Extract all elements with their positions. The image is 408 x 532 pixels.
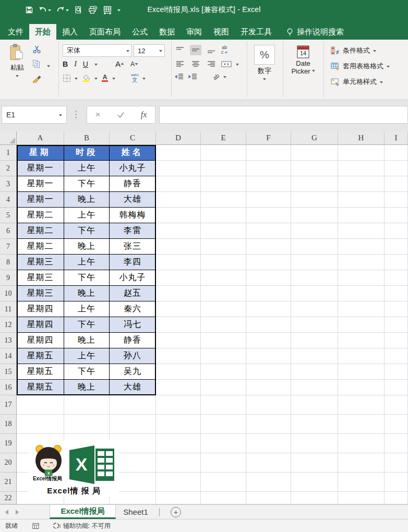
increase-font-button[interactable]: A (115, 59, 124, 68)
cell-I9[interactable] (385, 270, 408, 286)
font-color-button[interactable]: A (101, 74, 109, 82)
cell-B15[interactable]: 下午 (64, 364, 110, 380)
cell-E10[interactable] (201, 286, 246, 301)
cell-D10[interactable] (156, 286, 201, 301)
row-header-18[interactable]: 18 (0, 415, 17, 434)
conditional-formatting-button[interactable]: 条件格式 (331, 46, 376, 55)
row-header-9[interactable]: 9 (0, 270, 17, 286)
cell-C18[interactable] (110, 415, 156, 434)
cell-H15[interactable] (338, 364, 385, 380)
cell-H18[interactable] (338, 415, 385, 434)
cell-H8[interactable] (338, 255, 385, 270)
cell-I10[interactable] (385, 286, 408, 301)
cell-G2[interactable] (291, 161, 338, 176)
row-header-11[interactable]: 11 (0, 301, 17, 317)
align-left-button[interactable] (174, 59, 186, 69)
cell-G13[interactable] (291, 333, 338, 348)
column-header-C[interactable]: C (110, 131, 156, 145)
cell-F9[interactable] (246, 270, 291, 286)
cell-G21[interactable] (291, 473, 338, 492)
fill-color-dropdown-icon[interactable] (94, 78, 98, 81)
cell-E7[interactable] (201, 239, 246, 255)
underline-button[interactable]: U (83, 60, 88, 68)
cell-E18[interactable] (201, 415, 246, 434)
cell-B8[interactable]: 上午 (64, 255, 110, 270)
tab-insert[interactable]: 插入 (56, 24, 83, 40)
cell-D9[interactable] (156, 270, 201, 286)
cell-H5[interactable] (338, 208, 385, 223)
cell-G1[interactable] (291, 145, 338, 161)
cell-B7[interactable]: 晚上 (64, 239, 110, 255)
cell-F5[interactable] (246, 208, 291, 223)
cell-G6[interactable] (291, 223, 338, 239)
row-header-21[interactable]: 21 (0, 473, 17, 492)
cell-E19[interactable] (201, 434, 246, 453)
cell-C3[interactable]: 静香 (110, 176, 156, 192)
cell-B11[interactable]: 上午 (64, 301, 110, 317)
cell-I4[interactable] (385, 192, 408, 208)
cell-I20[interactable] (385, 453, 408, 473)
cell-F12[interactable] (246, 317, 291, 333)
cell-B6[interactable]: 下午 (64, 223, 110, 239)
cell-D12[interactable] (156, 317, 201, 333)
tell-me-search[interactable]: 操作说明搜索 (286, 24, 344, 40)
cell-E9[interactable] (201, 270, 246, 286)
cell-E8[interactable] (201, 255, 246, 270)
row-header-6[interactable]: 6 (0, 223, 17, 239)
cell-C13[interactable]: 静香 (110, 333, 156, 348)
borders-dropdown-icon[interactable] (75, 78, 78, 81)
cell-E12[interactable] (201, 317, 246, 333)
cell-A17[interactable] (17, 395, 64, 415)
row-header-4[interactable]: 4 (0, 192, 17, 208)
cell-I11[interactable] (385, 301, 408, 317)
cell-I12[interactable] (385, 317, 408, 333)
row-header-10[interactable]: 10 (0, 286, 17, 301)
row-header-20[interactable]: 20 (0, 453, 17, 473)
column-header-B[interactable]: B (64, 131, 110, 145)
cell-G7[interactable] (291, 239, 338, 255)
merge-center-button[interactable] (221, 61, 232, 68)
cell-C1[interactable]: 姓名 (110, 145, 156, 161)
cell-F7[interactable] (246, 239, 291, 255)
cell-B14[interactable]: 上午 (64, 348, 110, 364)
cell-I1[interactable] (385, 145, 408, 161)
cell-B16[interactable]: 晚上 (64, 380, 110, 395)
cell-D17[interactable] (156, 395, 201, 415)
cell-styles-button[interactable]: 单元格样式 (331, 77, 383, 87)
cell-A6[interactable]: 星期二 (17, 223, 64, 239)
number-format-button[interactable]: % 数字 (253, 45, 276, 82)
align-right-button[interactable] (206, 59, 217, 69)
cell-F1[interactable] (246, 145, 291, 161)
cell-H4[interactable] (338, 192, 385, 208)
cell-G12[interactable] (291, 317, 338, 333)
column-header-F[interactable]: F (246, 131, 291, 145)
cell-C2[interactable]: 小丸子 (110, 161, 156, 176)
cell-D18[interactable] (156, 415, 201, 434)
cell-A4[interactable]: 星期一 (17, 192, 64, 208)
cell-F14[interactable] (246, 348, 291, 364)
cell-G11[interactable] (291, 301, 338, 317)
cell-A3[interactable]: 星期一 (17, 176, 64, 192)
cell-F21[interactable] (246, 473, 291, 492)
cell-F8[interactable] (246, 255, 291, 270)
cell-I21[interactable] (385, 473, 408, 492)
cell-E5[interactable] (201, 208, 246, 223)
row-header-7[interactable]: 7 (0, 239, 17, 255)
copy-dropdown-icon[interactable] (47, 65, 50, 69)
cell-E17[interactable] (201, 395, 246, 415)
cell-H11[interactable] (338, 301, 385, 317)
cell-D6[interactable] (156, 223, 201, 239)
cell-G8[interactable] (291, 255, 338, 270)
cell-E3[interactable] (201, 176, 246, 192)
font-name-combo[interactable]: 宋体 (63, 44, 132, 57)
cell-B2[interactable]: 上午 (64, 161, 110, 176)
cell-B17[interactable] (64, 395, 110, 415)
increase-indent-button[interactable] (188, 73, 197, 80)
cell-D5[interactable] (156, 208, 201, 223)
cell-H2[interactable] (338, 161, 385, 176)
cell-G20[interactable] (291, 453, 338, 473)
cell-G17[interactable] (291, 395, 338, 415)
cell-E16[interactable] (201, 380, 246, 395)
cell-C8[interactable]: 李四 (110, 255, 156, 270)
cell-D16[interactable] (156, 380, 201, 395)
